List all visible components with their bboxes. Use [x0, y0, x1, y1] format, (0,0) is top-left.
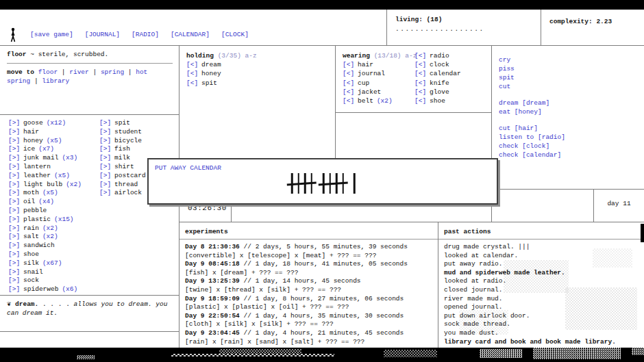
take-off-button[interactable]: [<] [414, 97, 426, 105]
item-name[interactable]: sandwich [23, 242, 55, 249]
action-cut-hair[interactable]: cut [hair] [499, 124, 644, 133]
take-off-button[interactable]: [<] [414, 61, 426, 68]
pick-up-button[interactable]: [>] [8, 172, 20, 179]
action-eat-honey[interactable]: eat [honey] [499, 107, 644, 116]
item-name[interactable]: ice [23, 145, 35, 153]
item-name[interactable]: lantern [23, 163, 51, 170]
action-check-calendar[interactable]: check [calendar] [499, 151, 644, 159]
item-name[interactable]: leather [23, 172, 51, 179]
item-name[interactable]: shoe [23, 250, 39, 258]
take-off-button[interactable]: [<] [343, 79, 354, 87]
action-dream-dream[interactable]: dream [dream] [499, 99, 644, 107]
pick-up-button[interactable]: [>] [8, 242, 20, 249]
calendar-button[interactable]: [CALENDAR] [171, 31, 210, 38]
save-game-button[interactable]: [save game] [30, 31, 73, 38]
pick-up-button[interactable]: [>] [8, 250, 20, 258]
item-name[interactable]: airlock [114, 189, 142, 196]
item-name[interactable]: spit [201, 79, 217, 87]
pick-up-button[interactable]: [>] [8, 163, 20, 170]
pick-up-button[interactable]: [>] [8, 276, 20, 284]
move-to-floor[interactable]: floor [38, 68, 58, 76]
action-cry[interactable]: cry [499, 55, 644, 64]
item-name[interactable]: plastic [23, 216, 51, 223]
item-name[interactable]: milk [114, 154, 130, 161]
pick-up-button[interactable]: [>] [8, 137, 20, 144]
take-off-button[interactable]: [<] [414, 70, 426, 77]
item-name[interactable]: student [114, 128, 142, 135]
item-name[interactable]: pebble [23, 207, 47, 214]
item-name[interactable]: spit [114, 119, 130, 127]
item-name[interactable]: shoe [430, 97, 445, 105]
pick-up-button[interactable]: [>] [99, 137, 111, 144]
pick-up-button[interactable]: [>] [99, 128, 111, 135]
pick-up-button[interactable]: [>] [8, 198, 20, 205]
move-to-spring[interactable]: spring [101, 68, 124, 76]
item-name[interactable]: belt [358, 97, 373, 105]
pick-up-button[interactable]: [>] [8, 181, 20, 188]
take-off-button[interactable]: [<] [414, 52, 426, 60]
item-name[interactable]: salt [23, 233, 39, 240]
item-name[interactable]: light bulb [23, 181, 62, 188]
item-name[interactable]: clock [430, 61, 449, 68]
item-name[interactable]: oil [23, 198, 35, 205]
radio-button[interactable]: [RADIO] [132, 31, 159, 38]
take-off-button[interactable]: [<] [414, 88, 426, 96]
action-listen-radio[interactable]: listen to [radio] [499, 133, 644, 142]
pick-up-button[interactable]: [>] [8, 145, 20, 153]
take-off-button[interactable]: [<] [414, 79, 426, 87]
pick-up-button[interactable]: [>] [8, 259, 20, 267]
take-off-button[interactable]: [<] [343, 88, 354, 96]
item-name[interactable]: glove [430, 88, 449, 96]
item-name[interactable]: shirt [114, 163, 134, 170]
pick-up-button[interactable]: [>] [8, 189, 20, 196]
item-name[interactable]: cup [358, 79, 369, 87]
take-off-button[interactable]: [<] [343, 70, 354, 77]
item-name[interactable]: honey [201, 70, 221, 77]
item-name[interactable]: hair [23, 128, 39, 135]
pick-up-button[interactable]: [>] [8, 128, 20, 135]
action-check-clock[interactable]: check [clock] [499, 142, 644, 151]
action-spit[interactable]: spit [499, 73, 644, 82]
pick-up-button[interactable]: [>] [99, 163, 111, 170]
item-name[interactable]: bicycle [114, 137, 142, 144]
pick-up-button[interactable]: [>] [8, 233, 20, 240]
item-name[interactable]: sock [23, 276, 39, 284]
item-name[interactable]: journal [358, 70, 385, 77]
item-name[interactable]: knife [430, 79, 449, 87]
pick-up-button[interactable]: [>] [99, 154, 111, 161]
pick-up-button[interactable]: [>] [8, 207, 20, 214]
item-name[interactable]: spiderweb [23, 285, 58, 293]
take-off-button[interactable]: [<] [343, 61, 354, 68]
item-name[interactable]: radio [430, 52, 449, 60]
item-name[interactable]: fish [114, 145, 130, 153]
action-cut[interactable]: cut [499, 82, 644, 91]
item-name[interactable]: rain [23, 224, 39, 232]
item-name[interactable]: honey [23, 137, 43, 144]
scrollbar-thumb[interactable] [641, 224, 644, 242]
pick-up-button[interactable]: [>] [99, 189, 111, 196]
take-off-button[interactable]: [<] [343, 97, 354, 105]
pick-up-button[interactable]: [>] [8, 154, 20, 161]
pick-up-button[interactable]: [>] [99, 145, 111, 153]
item-name[interactable]: snail [23, 268, 43, 276]
pick-up-button[interactable]: [>] [8, 216, 20, 223]
item-name[interactable]: hair [358, 61, 373, 68]
put-down-button[interactable]: [<] [186, 61, 198, 68]
item-name[interactable]: junk mail [23, 154, 58, 161]
pick-up-button[interactable]: [>] [99, 181, 111, 188]
item-name[interactable]: moth [23, 189, 39, 196]
item-name[interactable]: goose [23, 119, 43, 127]
item-name[interactable]: jacket [358, 88, 381, 96]
item-name[interactable]: calendar [430, 70, 461, 77]
move-to-library[interactable]: library [42, 77, 69, 85]
item-name[interactable]: dream [201, 61, 221, 68]
put-down-button[interactable]: [<] [186, 79, 198, 87]
pick-up-button[interactable]: [>] [8, 268, 20, 276]
pick-up-button[interactable]: [>] [99, 172, 111, 179]
action-piss[interactable]: piss [499, 64, 644, 73]
journal-button[interactable]: [JOURNAL] [85, 31, 120, 38]
pick-up-button[interactable]: [>] [8, 119, 20, 127]
clock-button[interactable]: [CLOCK] [221, 31, 249, 38]
holding-sort[interactable]: a-z [245, 52, 257, 60]
move-to-river[interactable]: river [69, 68, 89, 76]
